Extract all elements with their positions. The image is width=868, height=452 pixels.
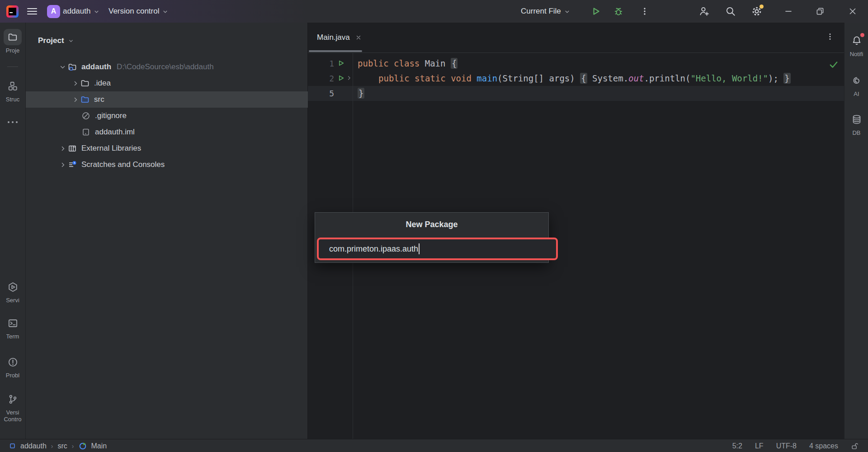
folded-region[interactable]: } (783, 73, 790, 84)
unlock-icon[interactable] (851, 442, 859, 450)
chevron-collapsed-icon[interactable] (71, 95, 80, 104)
add-user-icon (698, 6, 709, 17)
package-name-input[interactable]: com.primeton.ipaas.auth (317, 238, 558, 260)
more-tool-windows[interactable] (0, 121, 25, 123)
tree-item-label: addauth (81, 62, 111, 71)
tool-version-label-1: Versi (6, 409, 19, 416)
tool-notifications[interactable]: Notifi (844, 33, 868, 57)
tree-item-idea[interactable]: .idea (26, 75, 353, 91)
notifications-badge (860, 33, 864, 37)
breadcrumb-module[interactable]: addauth (20, 442, 47, 450)
close-icon (848, 6, 858, 16)
ai-icon (851, 75, 862, 86)
line-separator-widget[interactable]: LF (755, 442, 764, 450)
ide-window: A addauth Version control Current File (0, 0, 868, 452)
tree-item-external-libraries[interactable]: External Libraries (26, 140, 340, 157)
source-folder-icon (80, 95, 90, 105)
project-tool-window: Project addauth D:\CodeSource\esb\addaut… (26, 23, 308, 439)
left-tool-stripe: Proje Struc Servi (0, 23, 26, 439)
tab-label: Main.java (317, 33, 350, 42)
code-token: } (358, 88, 364, 99)
run-icon (591, 6, 601, 16)
fold-expand-icon[interactable] (346, 75, 352, 81)
project-widget[interactable]: A addauth (47, 0, 100, 23)
line-number: 5 (308, 86, 334, 101)
breadcrumb-directory[interactable]: src (58, 442, 67, 450)
minimize-icon (783, 6, 793, 16)
folded-region[interactable]: { (580, 73, 587, 84)
breadcrumb-separator: › (72, 442, 74, 450)
tool-version-label-2: Contro (4, 416, 21, 423)
tool-structure[interactable]: Struc (0, 78, 25, 103)
tree-item-scratches[interactable]: Scratches and Consoles (26, 157, 340, 173)
chevron-down-icon (564, 8, 571, 15)
code-line-2[interactable]: 2 public static void main(String[] args)… (308, 71, 844, 86)
scratches-icon (67, 160, 77, 170)
tree-item-root[interactable]: addauth D:\CodeSource\esb\addauth (26, 59, 340, 75)
chevron-collapsed-icon[interactable] (71, 79, 80, 88)
folder-icon (80, 78, 90, 88)
debug-icon (613, 6, 623, 16)
project-folder-icon (67, 62, 77, 72)
dialog-title: New Package (315, 220, 548, 229)
line-number: 2 (308, 71, 334, 86)
breadcrumb-class[interactable]: Main (91, 442, 107, 450)
tree-item-label: Scratches and Consoles (81, 160, 165, 169)
editor-options-button[interactable] (826, 33, 834, 41)
project-name: addauth (63, 7, 90, 16)
settings-button[interactable] (751, 6, 762, 17)
tab-close-icon[interactable] (355, 34, 362, 41)
tool-problems-label: Probl (6, 372, 19, 379)
code-with-me-button[interactable] (698, 6, 709, 17)
chevron-expanded-icon[interactable] (58, 62, 67, 71)
code-token: public class (358, 58, 425, 68)
chevron-collapsed-icon[interactable] (58, 160, 67, 169)
indent-widget[interactable]: 4 spaces (809, 442, 838, 450)
project-view-selector[interactable]: Project (38, 36, 74, 45)
search-everywhere-button[interactable] (725, 6, 736, 17)
caret-position-widget[interactable]: 5:2 (732, 442, 742, 450)
structure-icon (8, 81, 18, 91)
code-token: System. (587, 73, 629, 83)
tool-database[interactable]: DB (844, 111, 868, 136)
breadcrumb-separator: › (51, 442, 53, 450)
more-actions-button[interactable] (639, 6, 650, 17)
main-menu-button[interactable] (27, 0, 37, 23)
code-line-1[interactable]: 1 public class Main { (308, 56, 844, 71)
tool-problems[interactable]: Probl (0, 354, 25, 379)
more-tools-icon (8, 121, 18, 123)
module-file-icon (81, 127, 91, 137)
libraries-icon (67, 143, 77, 153)
tool-services[interactable]: Servi (0, 279, 25, 304)
breadcrumb: addauth › src › Main (9, 442, 107, 450)
tree-item-src[interactable]: src (26, 91, 353, 108)
code-token: .println( (644, 73, 690, 83)
tool-ai-assistant[interactable]: AI (844, 72, 868, 97)
tab-main-java[interactable]: Main.java (309, 23, 370, 52)
chevron-down-icon (162, 8, 169, 15)
restore-button[interactable] (815, 6, 826, 17)
editor-tab-bar: Main.java (308, 23, 844, 53)
tool-project[interactable]: Proje (0, 29, 25, 54)
vcs-widget[interactable]: Version control (108, 0, 169, 23)
run-configuration-selector[interactable]: Current File (521, 0, 571, 23)
code-token: out (628, 73, 644, 83)
close-button[interactable] (847, 6, 858, 17)
encoding-widget[interactable]: UTF-8 (776, 442, 797, 450)
run-class-gutter-icon[interactable] (338, 60, 344, 67)
chevron-collapsed-icon[interactable] (58, 144, 67, 153)
notifications-bell-icon (851, 35, 862, 46)
kebab-menu-icon (640, 7, 649, 16)
run-method-gutter-icon[interactable] (338, 75, 344, 81)
problems-icon (8, 357, 18, 367)
project-avatar: A (47, 5, 60, 18)
code-line-5[interactable]: 5 } (308, 86, 844, 101)
minimize-button[interactable] (783, 6, 794, 17)
debug-button[interactable] (613, 6, 624, 17)
code-token: "Hello, World!" (690, 73, 768, 83)
idea-logo-icon (6, 0, 19, 23)
run-button[interactable] (590, 6, 601, 17)
code-token: (String[] args) (497, 73, 580, 83)
tool-terminal[interactable]: Term (0, 315, 25, 340)
tool-version-control[interactable]: Versi Contro (0, 391, 25, 423)
